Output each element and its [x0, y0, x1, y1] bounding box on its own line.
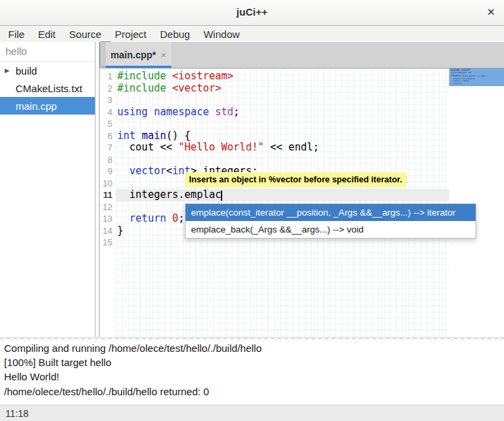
line-number: 2 [100, 83, 116, 95]
code-line: cout << "Hello World!" << endl; [116, 142, 449, 154]
code-token: <vector> [172, 82, 221, 94]
code-token [148, 106, 154, 118]
code-token: main [142, 129, 166, 142]
completion-item-0[interactable]: emplace(const_iterator __position, _Args… [186, 204, 476, 221]
code-token: #include [117, 82, 166, 94]
close-icon[interactable]: ✕ [486, 6, 495, 18]
tab-label: main.cpp* [110, 49, 156, 60]
code-token [117, 212, 129, 224]
build-output-panel[interactable]: Compiling and running /home/olece/test/h… [0, 340, 504, 405]
code-token: ; [178, 212, 184, 224]
line-number: 11 [100, 189, 116, 201]
code-token: integers.emplac [117, 188, 222, 201]
code-token [209, 106, 215, 118]
code-token [117, 165, 129, 177]
output-line: Hello World! [4, 369, 500, 384]
line-number: 5 [100, 118, 116, 130]
output-line: /home/olece/test/hello/./build/hello ret… [4, 384, 500, 399]
code-token [135, 129, 142, 142]
code-token: std [215, 106, 234, 118]
code-token [166, 70, 172, 82]
code-token [166, 212, 172, 224]
code-token [166, 82, 172, 94]
project-name-header[interactable]: hello [0, 42, 95, 62]
completion-popup: emplace(const_iterator __position, _Args… [185, 203, 476, 239]
tab-close-icon[interactable]: ✕ [161, 52, 166, 59]
line-number: 14 [100, 225, 116, 237]
line-number: 9 [100, 165, 116, 178]
line-number: 3 [100, 94, 116, 106]
menu-item-edit[interactable]: Edit [31, 27, 62, 41]
code-token: namespace [154, 106, 209, 118]
sidebar-item-build[interactable]: ▶build [0, 62, 95, 79]
sidebar-item-main-cpp[interactable]: main.cpp [0, 97, 95, 115]
menu-item-project[interactable]: Project [108, 27, 154, 41]
juci-window: juCi++ ✕ FileEditSourceProjectDebugWindo… [0, 0, 504, 421]
line-number: 6 [100, 130, 116, 142]
line-number: 13 [100, 213, 116, 225]
output-line: [100%] Built target hello [4, 355, 500, 369]
splitter-dashes [0, 338, 504, 339]
output-line: Compiling and running /home/olece/test/h… [4, 341, 500, 355]
code-token: <iostream> [172, 70, 233, 82]
cursor-position: 11:18 [0, 408, 28, 419]
code-line [116, 94, 449, 106]
editor-pane: main.cpp* ✕ 123456789101112131415 #inclu… [99, 42, 504, 337]
window-title: juCi++ [0, 6, 504, 18]
tab-bar: main.cpp* ✕ [100, 42, 504, 68]
code-token: << endl; [264, 141, 319, 153]
completion-item-1[interactable]: emplace_back(_Args &&__args...) --> void [186, 221, 476, 238]
status-bar: 11:18 [0, 405, 504, 421]
code-token: #include [117, 70, 166, 82]
code-line: #include <iostream> [116, 71, 449, 83]
menu-item-source[interactable]: Source [62, 27, 108, 41]
code-line: #include <vector> [116, 83, 449, 95]
line-number: 15 [100, 237, 116, 249]
code-token: cout << [117, 141, 178, 153]
project-sidebar: hello ▶buildCMakeLists.txtmain.cpp [0, 42, 96, 337]
main-area: hello ▶buildCMakeLists.txtmain.cpp main.… [0, 42, 504, 337]
line-number: 10 [100, 178, 116, 190]
title-bar: juCi++ ✕ [0, 0, 504, 26]
code-token: "Hello World!" [178, 141, 264, 153]
file-tree: ▶buildCMakeLists.txtmain.cpp [0, 62, 95, 115]
source-map-text: #include <iostream> #include <vector> us… [449, 68, 504, 85]
line-number: 7 [100, 142, 116, 154]
file-label: main.cpp [16, 100, 57, 112]
code-area[interactable]: #include <iostream>#include <vector>usin… [116, 68, 449, 337]
line-number: 4 [100, 106, 116, 119]
menu-item-window[interactable]: Window [196, 27, 246, 41]
file-label: CMakeLists.txt [16, 83, 82, 94]
text-caret [221, 191, 222, 201]
tab-main-cpp[interactable]: main.cpp* ✕ [106, 42, 171, 68]
doc-tooltip: Inserts an object in %vector before spec… [185, 172, 406, 187]
code-token: vector [129, 165, 166, 177]
file-label: build [16, 65, 37, 77]
code-line [116, 154, 449, 166]
menu-item-file[interactable]: File [1, 27, 31, 41]
menu-bar: FileEditSourceProjectDebugWindow [0, 26, 504, 42]
menu-item-debug[interactable]: Debug [153, 27, 196, 41]
code-token: < [166, 165, 172, 177]
code-line: int main() { [116, 130, 449, 142]
line-number: 12 [100, 201, 116, 214]
source-map-visible-region: #include <iostream> #include <vector> us… [449, 68, 504, 86]
code-line [116, 118, 449, 130]
line-number: 1 [100, 71, 116, 83]
line-number: 8 [100, 154, 116, 166]
code-token: ; [234, 106, 240, 118]
source-map[interactable]: #include <iostream> #include <vector> us… [449, 68, 504, 337]
code-token: } [117, 224, 123, 237]
sidebar-item-cmakelists-txt[interactable]: CMakeLists.txt [0, 79, 95, 97]
code-line: integers.emplac [116, 189, 449, 201]
code-editor[interactable]: 123456789101112131415 #include <iostream… [100, 68, 504, 337]
active-tab-indicator [106, 66, 171, 68]
code-line: using namespace std; [116, 106, 449, 119]
code-token: 0 [172, 212, 178, 224]
code-token: using [117, 106, 148, 118]
expander-icon[interactable]: ▶ [0, 67, 16, 74]
code-token: return [129, 212, 166, 224]
code-token: () { [166, 129, 190, 142]
line-number-gutter: 123456789101112131415 [100, 68, 116, 337]
code-token: int [117, 129, 135, 142]
